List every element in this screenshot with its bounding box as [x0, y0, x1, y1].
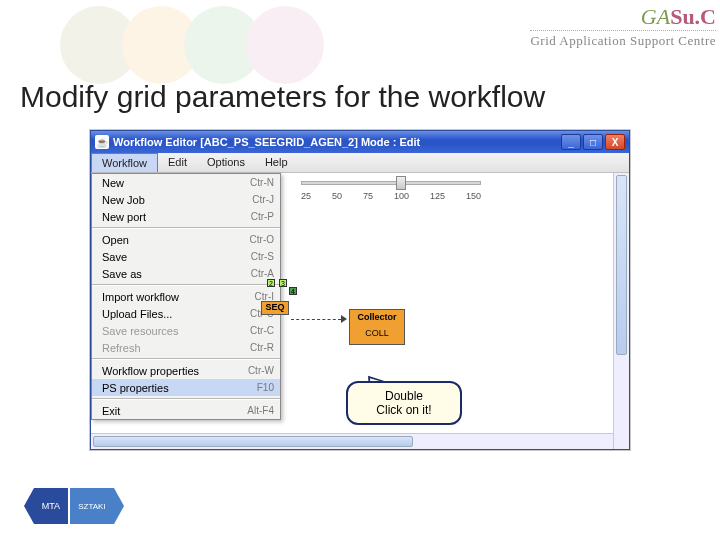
tick: 125	[430, 191, 445, 201]
content-area: 25 50 75 100 125 150 NewCtr-NNew JobCtr-…	[91, 173, 629, 449]
menu-item-label: New Job	[102, 194, 252, 206]
window-title: Workflow Editor [ABC_PS_SEEGRID_AGEN_2] …	[113, 136, 561, 148]
slide-title: Modify grid parameters for the workflow	[20, 80, 545, 114]
close-button[interactable]: X	[605, 134, 625, 150]
menu-item-shortcut: Ctr-J	[252, 194, 274, 205]
horizontal-scrollbar[interactable]	[91, 433, 613, 449]
zoom-slider[interactable]	[301, 181, 481, 185]
menubar: Workflow Edit Options Help	[91, 153, 629, 173]
vertical-scrollbar[interactable]	[613, 173, 629, 449]
connector	[291, 319, 341, 320]
footer-logo: MTA SZTAKI	[34, 488, 114, 524]
menu-options[interactable]: Options	[197, 153, 255, 172]
tick: 100	[394, 191, 409, 201]
arrow-icon	[341, 315, 347, 323]
brand-subtitle: Grid Application Support Centre	[530, 30, 716, 49]
workflow-canvas[interactable]: SEQ 2 3 4 1 Collector COLL Double Click …	[91, 223, 629, 449]
footer-logo-left: MTA	[34, 488, 70, 524]
footer-logo-right: SZTAKI	[70, 488, 114, 524]
menu-item-new[interactable]: NewCtr-N	[92, 174, 280, 191]
menu-item-shortcut: Ctr-P	[251, 211, 274, 222]
menu-item-label: New port	[102, 211, 251, 223]
maximize-button[interactable]: □	[583, 134, 603, 150]
port[interactable]: 4	[289, 287, 297, 295]
tick: 25	[301, 191, 311, 201]
java-icon: ☕	[95, 135, 109, 149]
brand-suc: Su.C	[670, 4, 716, 29]
tick: 150	[466, 191, 481, 201]
titlebar[interactable]: ☕ Workflow Editor [ABC_PS_SEEGRID_AGEN_2…	[91, 131, 629, 153]
callout-bubble: Double Click on it!	[346, 381, 462, 425]
workflow-editor-window: ☕ Workflow Editor [ABC_PS_SEEGRID_AGEN_2…	[90, 130, 630, 450]
menu-item-shortcut: Ctr-N	[250, 177, 274, 188]
node-seq[interactable]: SEQ	[261, 301, 289, 315]
brand-ga: GA	[641, 4, 670, 29]
port[interactable]: 2	[267, 279, 275, 287]
minimize-button[interactable]: _	[561, 134, 581, 150]
menu-workflow[interactable]: Workflow	[91, 153, 158, 172]
port[interactable]: 3	[279, 279, 287, 287]
zoom-ticks: 25 50 75 100 125 150	[301, 191, 481, 201]
node-collector[interactable]: Collector COLL	[349, 309, 405, 345]
brand: GASu.C Grid Application Support Centre	[530, 4, 716, 49]
menu-edit[interactable]: Edit	[158, 153, 197, 172]
menu-item-new-job[interactable]: New JobCtr-J	[92, 191, 280, 208]
tick: 75	[363, 191, 373, 201]
tick: 50	[332, 191, 342, 201]
zoom-slider-thumb[interactable]	[396, 176, 406, 190]
menu-help[interactable]: Help	[255, 153, 298, 172]
menu-item-label: New	[102, 177, 250, 189]
